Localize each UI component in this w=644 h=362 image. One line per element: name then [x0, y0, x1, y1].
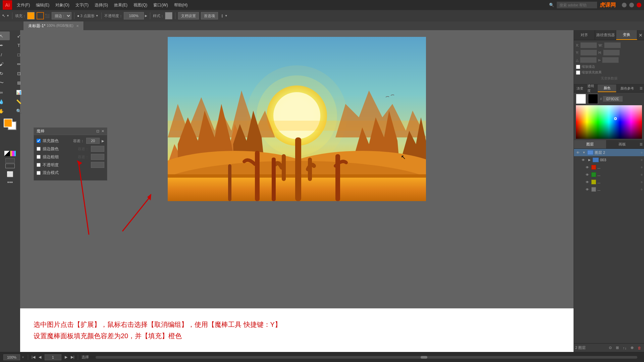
expand-003[interactable]: ▶	[587, 158, 591, 162]
foreground-color-swatch[interactable]	[4, 119, 12, 127]
transparency-tab[interactable]: 透明度	[586, 84, 598, 92]
fill-tolerance-input[interactable]	[86, 138, 100, 144]
opacity-input-mw[interactable]	[91, 162, 104, 168]
menu-window[interactable]: 窗口(W)	[151, 2, 170, 9]
stroke-weight-input[interactable]	[91, 154, 104, 160]
layer-row-yellow[interactable]: 👁 ... ○	[574, 178, 644, 186]
003-lock[interactable]: ○	[641, 158, 643, 162]
hand-tool-btn[interactable]: ✋	[0, 107, 10, 115]
default-colors-btn[interactable]	[4, 151, 10, 156]
line-tool-btn[interactable]: /	[0, 50, 10, 59]
rotate-tool-btn[interactable]: ↻	[0, 69, 10, 78]
layer-row-003[interactable]: 👁 ▶ 003 ○	[574, 156, 644, 164]
color-guide-tab[interactable]: 颜色参考	[616, 84, 638, 92]
preferences-btn[interactable]: 首选项	[201, 12, 218, 19]
pencil-tool-btn[interactable]: ✏	[10, 60, 27, 68]
menu-select[interactable]: 选择(S)	[92, 2, 111, 9]
panel-close-btn[interactable]: ✕	[101, 129, 104, 133]
type-tool-btn[interactable]: T	[10, 41, 27, 50]
panel-pin-btn[interactable]: ⊡	[96, 129, 99, 133]
stroke-tolerance-input[interactable]	[91, 146, 104, 152]
expand-layer2[interactable]: ▼	[582, 150, 586, 155]
eye-icon-yellow[interactable]: 👁	[585, 179, 590, 185]
select-tool-btn[interactable]: ↖	[0, 32, 10, 40]
paintbrush-tool-btn[interactable]: 🖌	[0, 60, 10, 68]
panel-options-btn[interactable]: ✕	[637, 30, 644, 40]
fill-tolerance-up[interactable]: ▶	[102, 139, 104, 143]
opacity-checkbox[interactable]	[37, 163, 41, 167]
stroke-color-swatch[interactable]	[37, 12, 44, 19]
window-minimize-btn[interactable]	[622, 3, 627, 7]
horizontal-scrollbar[interactable]	[96, 356, 637, 359]
eye-icon-red[interactable]: 👁	[585, 165, 590, 170]
doc-settings-btn[interactable]: 文档设置	[178, 12, 199, 19]
free-transform-btn[interactable]: ⊞	[10, 78, 27, 87]
new-layer-btn[interactable]: ⊕	[629, 345, 635, 351]
document-tab[interactable]: 未标题-1* 100% (RGB/预览) ✕	[23, 21, 84, 30]
eye-icon-layer2[interactable]: 👁	[575, 150, 581, 155]
scale-effects-check[interactable]	[576, 70, 580, 75]
delete-layer-btn[interactable]: 🗑	[636, 345, 643, 351]
white-swatch[interactable]	[576, 94, 586, 104]
rotate-input[interactable]	[580, 57, 597, 63]
opacity-input[interactable]	[124, 12, 144, 19]
yellow-item-lock[interactable]: ○	[641, 180, 643, 184]
page-input[interactable]	[45, 354, 61, 360]
swap-colors-btn[interactable]	[10, 151, 16, 156]
hex-color-input[interactable]	[603, 96, 623, 102]
color-tab-active[interactable]: 颜色	[598, 84, 616, 92]
layer-row-red[interactable]: 👁 ... ○	[574, 164, 644, 171]
move-to-layer-btn[interactable]: ↑↓	[622, 345, 628, 351]
scroll-thumb[interactable]	[421, 356, 427, 359]
next-page-btn[interactable]: ▶	[65, 355, 67, 359]
brush-type-select[interactable]: 描边 :	[52, 12, 71, 19]
menu-help[interactable]: 帮助(H)	[171, 2, 191, 9]
search-input[interactable]	[557, 2, 597, 8]
layers-panel-menu[interactable]: ☰	[638, 140, 644, 148]
h-input[interactable]	[603, 50, 620, 56]
color-picker[interactable]	[576, 105, 642, 139]
y-input[interactable]	[580, 50, 597, 56]
eye-icon-003[interactable]: 👁	[581, 157, 586, 163]
layer-row-green[interactable]: 👁 ... ○	[574, 171, 644, 178]
fill-color-checkbox[interactable]	[37, 139, 41, 143]
arrange-icon[interactable]: ⫿	[221, 13, 223, 18]
blend-mode-checkbox[interactable]	[37, 171, 41, 175]
first-page-btn[interactable]: |◀	[32, 355, 35, 359]
search-icon[interactable]: 🔍	[549, 3, 554, 7]
zoom-input[interactable]	[3, 354, 20, 360]
layer2-lock[interactable]: ○	[641, 151, 643, 154]
menu-edit[interactable]: 编辑(E)	[33, 2, 52, 9]
stroke-weight-checkbox[interactable]	[37, 155, 41, 159]
w-input[interactable]	[604, 42, 621, 48]
eye-icon-green[interactable]: 👁	[585, 172, 590, 177]
menu-object[interactable]: 对象(O)	[53, 2, 72, 9]
layers-tab[interactable]: 图层	[574, 140, 606, 148]
transform-tab[interactable]: 变换	[616, 30, 637, 40]
window-maximize-btn[interactable]	[629, 3, 634, 7]
column-chart-btn[interactable]: 📊	[10, 88, 27, 97]
menu-text[interactable]: 文字(T)	[73, 2, 91, 9]
rect-tool-btn[interactable]: □	[10, 50, 27, 59]
blend-tool-btn[interactable]: ∞	[0, 88, 10, 97]
gradient-fill-btn[interactable]	[5, 158, 15, 163]
menu-view[interactable]: 视图(Q)	[131, 2, 150, 9]
red-item-lock[interactable]: ○	[641, 166, 643, 169]
artboard-btn[interactable]: ⊞	[614, 345, 620, 351]
window-close-btn[interactable]	[637, 3, 641, 7]
prev-page-btn[interactable]: ◀	[39, 355, 41, 359]
green-item-lock[interactable]: ○	[641, 173, 643, 176]
scale-tool-btn[interactable]: ⊡	[10, 69, 27, 78]
fill-color-swatch[interactable]	[27, 12, 35, 19]
color-panel-menu[interactable]: ☰	[638, 84, 644, 92]
pen-tool-btn[interactable]: ✒	[0, 41, 10, 50]
eyedropper-tool-btn[interactable]: 💧	[0, 97, 10, 106]
extra-tools-btn[interactable]: •••	[7, 179, 13, 185]
x-input[interactable]	[580, 42, 597, 48]
align-tab[interactable]: 对齐	[574, 30, 595, 40]
layer-row-gray[interactable]: 👁 ... ○	[574, 186, 644, 193]
direct-select-tool-btn[interactable]: ↙	[10, 32, 27, 40]
no-fill-btn[interactable]	[5, 164, 15, 168]
new-layer-from-selection-btn[interactable]: ⊙	[607, 345, 613, 351]
pathfinder-tab[interactable]: 路径查找器	[595, 30, 616, 40]
